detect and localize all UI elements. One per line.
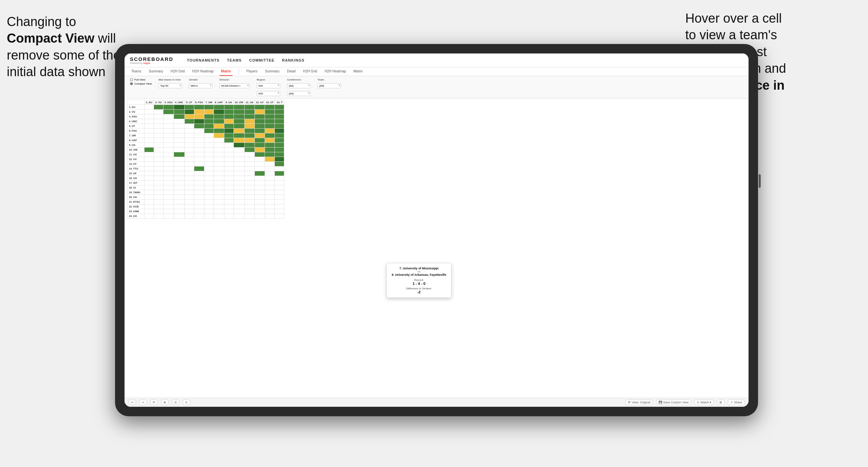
- matrix-cell-r13-c6[interactable]: [204, 166, 214, 171]
- matrix-cell-r7-c12[interactable]: [265, 138, 275, 143]
- matrix-cell-r9-c7[interactable]: [214, 148, 224, 152]
- matrix-cell-r8-c9[interactable]: [233, 143, 244, 148]
- matrix-cell-r0-c11[interactable]: [254, 105, 265, 110]
- matrix-cell-r6-c10[interactable]: [244, 133, 254, 138]
- matrix-cell-r8-c5[interactable]: [194, 143, 204, 148]
- matrix-cell-r17-c8[interactable]: [224, 185, 233, 190]
- matrix-cell-r8-c2[interactable]: [163, 143, 174, 148]
- matrix-cell-r2-c2[interactable]: [163, 114, 174, 119]
- matrix-cell-r11-c12[interactable]: [265, 157, 275, 162]
- filter-max-teams-select[interactable]: Top 50: [158, 83, 182, 88]
- matrix-cell-r23-c7[interactable]: [214, 214, 224, 219]
- matrix-cell-r14-c3[interactable]: [174, 171, 184, 176]
- matrix-cell-r3-c1[interactable]: [154, 119, 163, 124]
- matrix-cell-r10-c13[interactable]: [275, 152, 284, 157]
- matrix-cell-r9-c0[interactable]: [144, 148, 154, 152]
- matrix-cell-r14-c1[interactable]: [154, 171, 163, 176]
- matrix-cell-r12-c4[interactable]: [184, 162, 194, 166]
- toolbar-share[interactable]: ↗ Share: [728, 400, 744, 405]
- matrix-cell-r9-c11[interactable]: [254, 148, 265, 152]
- matrix-cell-r8-c13[interactable]: [275, 143, 284, 148]
- matrix-cell-r15-c2[interactable]: [163, 176, 174, 181]
- matrix-cell-r0-c10[interactable]: [244, 105, 254, 110]
- matrix-cell-r3-c2[interactable]: [163, 119, 174, 124]
- sub-nav-detail[interactable]: Detail: [286, 67, 297, 76]
- matrix-cell-r4-c8[interactable]: [224, 124, 233, 129]
- matrix-cell-r12-c5[interactable]: [194, 162, 204, 166]
- matrix-cell-r11-c9[interactable]: [233, 157, 244, 162]
- matrix-cell-r2-c0[interactable]: [144, 114, 154, 119]
- matrix-cell-r21-c2[interactable]: [163, 204, 174, 209]
- matrix-cell-r7-c10[interactable]: [244, 138, 254, 143]
- matrix-cell-r5-c6[interactable]: [204, 129, 214, 133]
- matrix-cell-r10-c4[interactable]: [184, 152, 194, 157]
- matrix-cell-r5-c0[interactable]: [144, 129, 154, 133]
- matrix-cell-r15-c6[interactable]: [204, 176, 214, 181]
- radio-full-view[interactable]: Full View: [130, 78, 152, 81]
- matrix-cell-r19-c13[interactable]: [275, 195, 284, 200]
- matrix-cell-r5-c4[interactable]: [184, 129, 194, 133]
- matrix-cell-r12-c0[interactable]: [144, 162, 154, 166]
- matrix-cell-r3-c3[interactable]: [174, 119, 184, 124]
- matrix-cell-r5-c13[interactable]: [275, 129, 284, 133]
- nav-teams[interactable]: TEAMS: [227, 57, 242, 64]
- matrix-cell-r0-c12[interactable]: [265, 105, 275, 110]
- matrix-cell-r17-c12[interactable]: [265, 185, 275, 190]
- matrix-cell-r10-c11[interactable]: [254, 152, 265, 157]
- matrix-cell-r2-c12[interactable]: [265, 114, 275, 119]
- matrix-cell-r16-c1[interactable]: [154, 181, 163, 185]
- matrix-cell-r4-c7[interactable]: [214, 124, 224, 129]
- matrix-cell-r21-c5[interactable]: [194, 204, 204, 209]
- matrix-cell-r12-c13[interactable]: [275, 162, 284, 166]
- matrix-cell-r14-c12[interactable]: [265, 171, 275, 176]
- filter-gender-select[interactable]: Men's: [189, 83, 213, 88]
- matrix-cell-r21-c4[interactable]: [184, 204, 194, 209]
- matrix-cell-r6-c12[interactable]: [265, 133, 275, 138]
- matrix-cell-r10-c0[interactable]: [144, 152, 154, 157]
- matrix-cell-r23-c5[interactable]: [194, 214, 204, 219]
- matrix-cell-r8-c4[interactable]: [184, 143, 194, 148]
- matrix-cell-r10-c1[interactable]: [154, 152, 163, 157]
- matrix-cell-r17-c11[interactable]: [254, 185, 265, 190]
- matrix-cell-r14-c13[interactable]: [275, 171, 284, 176]
- matrix-cell-r20-c4[interactable]: [184, 200, 194, 204]
- matrix-cell-r22-c3[interactable]: [174, 209, 184, 214]
- matrix-cell-r1-c12[interactable]: [265, 110, 275, 114]
- matrix-cell-r19-c6[interactable]: [204, 195, 214, 200]
- matrix-cell-r23-c2[interactable]: [163, 214, 174, 219]
- matrix-cell-r21-c6[interactable]: [204, 204, 214, 209]
- matrix-cell-r3-c12[interactable]: [265, 119, 275, 124]
- matrix-cell-r7-c2[interactable]: [163, 138, 174, 143]
- matrix-cell-r11-c8[interactable]: [224, 157, 233, 162]
- sub-nav-summary1[interactable]: Summary: [147, 67, 164, 76]
- matrix-cell-r15-c3[interactable]: [174, 176, 184, 181]
- matrix-cell-r0-c13[interactable]: [275, 105, 284, 110]
- matrix-cell-r3-c7[interactable]: [214, 119, 224, 124]
- matrix-cell-r0-c4[interactable]: [184, 105, 194, 110]
- matrix-cell-r12-c2[interactable]: [163, 162, 174, 166]
- matrix-cell-r14-c7[interactable]: [214, 171, 224, 176]
- matrix-cell-r9-c8[interactable]: [224, 148, 233, 152]
- matrix-cell-r8-c7[interactable]: [214, 143, 224, 148]
- matrix-cell-r9-c13[interactable]: [275, 148, 284, 152]
- radio-compact-view[interactable]: Compact View: [130, 82, 152, 85]
- matrix-cell-r15-c4[interactable]: [184, 176, 194, 181]
- matrix-cell-r13-c2[interactable]: [163, 166, 174, 171]
- matrix-cell-r3-c9[interactable]: [233, 119, 244, 124]
- matrix-cell-r14-c2[interactable]: [163, 171, 174, 176]
- matrix-cell-r12-c7[interactable]: [214, 162, 224, 166]
- matrix-cell-r23-c6[interactable]: [204, 214, 214, 219]
- matrix-cell-r11-c2[interactable]: [163, 157, 174, 162]
- filter-division-select[interactable]: NCAA Division I: [219, 83, 250, 88]
- matrix-cell-r15-c11[interactable]: [254, 176, 265, 181]
- sub-nav-h2h-heatmap2[interactable]: H2H Heatmap: [323, 67, 347, 76]
- matrix-cell-r12-c6[interactable]: [204, 162, 214, 166]
- matrix-cell-r23-c8[interactable]: [224, 214, 233, 219]
- matrix-cell-r18-c3[interactable]: [174, 190, 184, 195]
- matrix-cell-r16-c12[interactable]: [265, 181, 275, 185]
- matrix-cell-r3-c13[interactable]: [275, 119, 284, 124]
- matrix-cell-r12-c11[interactable]: [254, 162, 265, 166]
- matrix-cell-r18-c6[interactable]: [204, 190, 214, 195]
- filter-max-teams-wrapper[interactable]: Top 50: [158, 82, 182, 88]
- matrix-cell-r20-c3[interactable]: [174, 200, 184, 204]
